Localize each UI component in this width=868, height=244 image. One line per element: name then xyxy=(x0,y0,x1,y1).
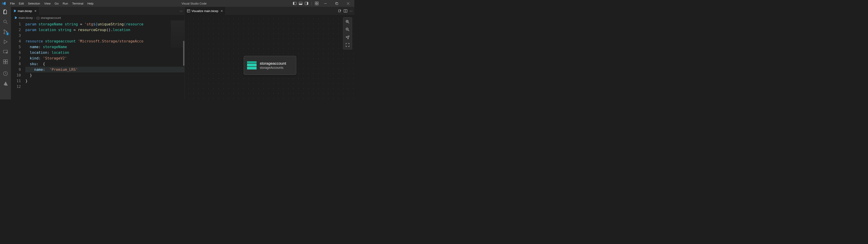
editor-pane: main.bicep ✕ ⋯ main.bicep › { } storagea… xyxy=(11,7,185,99)
search-icon[interactable] xyxy=(2,19,9,25)
tab-label: Visualize main.bicep xyxy=(191,9,218,13)
svg-rect-44 xyxy=(247,67,256,69)
menu-selection[interactable]: Selection xyxy=(26,1,42,6)
explorer-icon[interactable] xyxy=(2,9,9,15)
bicep-file-icon xyxy=(14,16,17,19)
bicep-file-icon xyxy=(13,9,16,12)
title-bar: File Edit Selection View Go Run Terminal… xyxy=(0,0,354,7)
layout-bottom-icon[interactable] xyxy=(299,2,302,5)
visualizer-pane: Visualize main.bicep ✕ ⋯ xyxy=(185,7,354,99)
symbol-icon: { } xyxy=(36,16,39,20)
chevron-right-icon: › xyxy=(34,16,35,20)
breadcrumb-file[interactable]: main.bicep xyxy=(19,16,33,20)
open-file-icon[interactable] xyxy=(338,9,341,13)
zoom-in-icon[interactable] xyxy=(345,19,350,25)
svg-point-15 xyxy=(4,20,6,23)
breadcrumb-symbol[interactable]: storageaccount xyxy=(41,16,61,20)
visualizer-tab-bar: Visualize main.bicep ✕ ⋯ xyxy=(185,7,354,15)
svg-rect-26 xyxy=(6,60,7,62)
preview-icon xyxy=(187,9,190,12)
svg-rect-5 xyxy=(307,2,308,5)
menu-run[interactable]: Run xyxy=(61,1,70,6)
svg-rect-43 xyxy=(247,64,256,66)
resource-node-storageaccount[interactable]: storageaccount storageAccounts xyxy=(244,56,296,75)
code-content[interactable]: param storageName string = 'stg${uniqueS… xyxy=(24,21,184,99)
menu-file[interactable]: File xyxy=(8,1,17,6)
vscode-logo-icon xyxy=(2,1,6,5)
split-editor-icon[interactable] xyxy=(344,9,347,13)
node-title: storageaccount xyxy=(260,61,286,66)
svg-rect-8 xyxy=(315,4,316,5)
more-icon[interactable]: ⋯ xyxy=(180,9,183,13)
azure-icon[interactable] xyxy=(2,80,9,87)
scrollbar[interactable] xyxy=(183,41,184,66)
title-controls xyxy=(293,0,352,7)
svg-rect-6 xyxy=(315,2,316,3)
tab-main-bicep[interactable]: main.bicep ✕ xyxy=(11,7,39,15)
code-editor[interactable]: 123456789101112 param storageName string… xyxy=(11,21,184,99)
run-debug-icon[interactable] xyxy=(2,38,9,45)
svg-rect-7 xyxy=(317,2,318,3)
svg-point-18 xyxy=(4,33,5,34)
svg-rect-25 xyxy=(3,60,5,62)
live-share-icon[interactable] xyxy=(2,70,9,77)
window-title: Visual Studio Code xyxy=(95,2,293,5)
activity-bar: 2 xyxy=(0,7,11,99)
maximize-button[interactable] xyxy=(332,0,341,7)
menu-help[interactable]: Help xyxy=(86,1,95,6)
customize-layout-icon[interactable] xyxy=(315,2,318,5)
svg-line-16 xyxy=(6,23,7,24)
more-icon[interactable]: ⋯ xyxy=(350,9,352,13)
source-control-icon[interactable]: 2 xyxy=(2,29,9,35)
menu-terminal[interactable]: Terminal xyxy=(70,1,85,6)
svg-rect-9 xyxy=(317,4,318,5)
close-icon[interactable]: ✕ xyxy=(34,9,37,13)
svg-point-17 xyxy=(4,30,5,31)
divider xyxy=(311,2,312,5)
visualizer-controls xyxy=(343,17,352,50)
menu-go[interactable]: Go xyxy=(53,1,60,6)
storage-account-icon xyxy=(247,61,256,69)
svg-rect-30 xyxy=(187,9,190,12)
zoom-out-icon[interactable] xyxy=(345,27,350,32)
breadcrumb[interactable]: main.bicep › { } storageaccount xyxy=(11,15,184,21)
svg-rect-1 xyxy=(293,2,294,5)
minimap[interactable] xyxy=(171,21,184,48)
layout-right-icon[interactable] xyxy=(305,2,308,5)
tab-visualize[interactable]: Visualize main.bicep ✕ xyxy=(185,7,225,15)
close-button[interactable] xyxy=(343,0,352,7)
svg-line-36 xyxy=(348,22,349,23)
svg-marker-20 xyxy=(4,40,7,43)
scm-badge: 2 xyxy=(6,32,9,35)
editor-tab-bar: main.bicep ✕ ⋯ xyxy=(11,7,184,15)
svg-rect-27 xyxy=(3,62,5,64)
menu-edit[interactable]: Edit xyxy=(17,1,26,6)
svg-rect-28 xyxy=(6,62,7,64)
node-subtitle: storageAccounts xyxy=(260,66,286,69)
svg-line-40 xyxy=(348,30,349,31)
remote-icon[interactable] xyxy=(2,49,9,55)
menu-bar: File Edit Selection View Go Run Terminal… xyxy=(8,1,95,6)
menu-view[interactable]: View xyxy=(42,1,53,6)
tab-label: main.bicep xyxy=(18,9,32,13)
line-gutter: 123456789101112 xyxy=(11,21,24,99)
visualizer-canvas[interactable]: storageaccount storageAccounts xyxy=(185,15,354,99)
fit-icon[interactable] xyxy=(345,34,350,40)
close-icon[interactable]: ✕ xyxy=(220,9,223,13)
svg-rect-42 xyxy=(247,61,256,63)
layout-left-icon[interactable] xyxy=(293,2,297,5)
svg-rect-3 xyxy=(299,4,302,5)
extensions-icon[interactable] xyxy=(2,59,9,65)
minimize-button[interactable] xyxy=(321,0,330,7)
fullscreen-icon[interactable] xyxy=(345,42,350,48)
svg-rect-12 xyxy=(336,3,338,4)
